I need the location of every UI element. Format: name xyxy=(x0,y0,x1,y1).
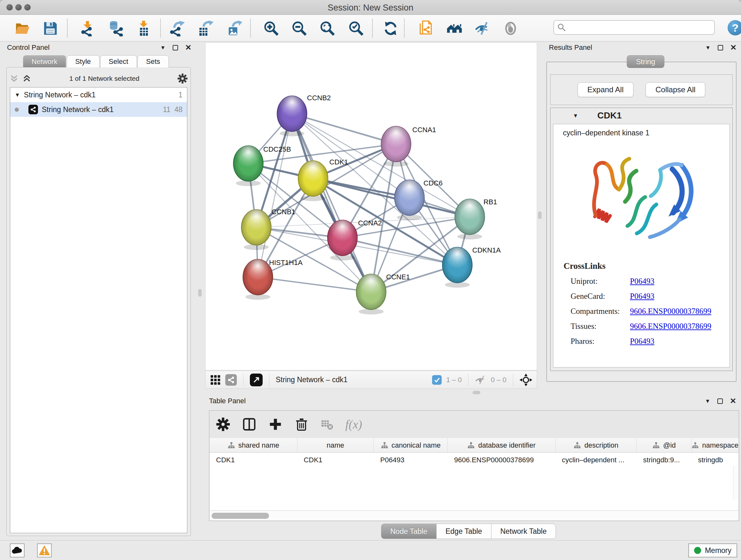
open-session-button[interactable] xyxy=(13,19,31,37)
tab-select[interactable]: Select xyxy=(100,55,137,67)
cell-database-identifier[interactable]: 9606.ENSP00000378699 xyxy=(448,453,556,468)
birdseye-crosshair-icon[interactable] xyxy=(520,374,532,386)
table-panel-close-button[interactable]: ✕ xyxy=(730,396,736,406)
import-network-from-file-button[interactable] xyxy=(78,19,96,37)
network-node-CCNB1[interactable] xyxy=(241,209,271,250)
right-splitter-grip[interactable] xyxy=(538,211,542,219)
network-edge[interactable] xyxy=(292,114,396,144)
tab-string[interactable]: String xyxy=(627,55,664,68)
results-panel-float-button[interactable] xyxy=(718,45,723,51)
export-network-button[interactable] xyxy=(169,19,186,37)
control-panel-close-button[interactable]: ✕ xyxy=(185,43,192,52)
import-network-from-database-button[interactable] xyxy=(106,19,124,37)
zoom-selected-button[interactable] xyxy=(347,19,365,37)
delete-table-icon[interactable] xyxy=(320,418,334,431)
network-collection-row[interactable]: ▼ String Network – cdk1 1 xyxy=(10,87,187,102)
network-node-HIST1H1A[interactable] xyxy=(243,259,273,300)
cell-canonical-name[interactable]: P06493 xyxy=(374,453,448,468)
table-panel-menu-button[interactable]: ▼ xyxy=(705,398,711,404)
crosslink-link[interactable]: P06493 xyxy=(630,292,654,301)
crosslink-link[interactable]: P06493 xyxy=(630,277,654,286)
tab-node-table[interactable]: Node Table xyxy=(381,523,436,539)
export-table-button[interactable] xyxy=(197,19,214,37)
column-header-shared-name[interactable]: shared name xyxy=(210,438,297,452)
cell-description[interactable]: cyclin–dependent ... xyxy=(556,453,637,468)
hidden-eye-slash-icon[interactable] xyxy=(475,375,486,385)
expand-all-button[interactable]: Expand All xyxy=(578,82,633,97)
save-session-button[interactable] xyxy=(42,19,59,37)
cell-id[interactable]: stringdb:9... xyxy=(636,453,691,468)
gear-icon[interactable] xyxy=(177,73,188,84)
gene-card-expander-icon[interactable]: ▼ xyxy=(573,113,578,118)
expand-all-icon[interactable] xyxy=(22,74,31,83)
network-edge[interactable] xyxy=(258,277,371,292)
collapse-all-icon[interactable] xyxy=(9,74,19,83)
refresh-view-button[interactable] xyxy=(382,19,400,37)
tab-edge-table[interactable]: Edge Table xyxy=(436,523,491,539)
warnings-button[interactable] xyxy=(37,543,52,557)
fit-content-button[interactable] xyxy=(319,19,336,37)
network-node-CCNE1[interactable] xyxy=(356,274,386,314)
collapse-all-button[interactable]: Collapse All xyxy=(646,82,705,97)
cell-name[interactable]: CDK1 xyxy=(297,453,374,468)
table-panel-float-button[interactable] xyxy=(718,398,723,404)
toggle-graphics-details-button[interactable] xyxy=(502,19,520,37)
hide-selection-button[interactable] xyxy=(474,19,491,37)
table-vertical-scrollbar[interactable] xyxy=(733,465,738,500)
control-panel-menu-button[interactable]: ▼ xyxy=(160,45,165,51)
tab-network-table[interactable]: Network Table xyxy=(491,523,556,539)
tab-network[interactable]: Network xyxy=(23,55,66,67)
network-node-CDKN1A[interactable] xyxy=(442,247,472,288)
column-header-id[interactable]: @id xyxy=(636,438,691,452)
network-node-RB1[interactable] xyxy=(455,199,485,240)
new-network-from-selection-button[interactable] xyxy=(417,19,434,37)
network-node-CDC6[interactable] xyxy=(394,180,424,220)
network-edge[interactable] xyxy=(292,114,371,292)
add-column-icon[interactable] xyxy=(268,417,283,432)
search-field[interactable] xyxy=(553,20,715,35)
control-panel-float-button[interactable] xyxy=(173,45,178,51)
tree-expander-icon[interactable]: ▼ xyxy=(15,92,20,98)
crosslink-link[interactable]: 9606.ENSP00000378699 xyxy=(630,322,711,331)
network-row[interactable]: String Network – cdk1 11 48 xyxy=(10,102,187,117)
search-input[interactable] xyxy=(566,23,714,32)
tab-style[interactable]: Style xyxy=(67,55,99,67)
network-node-CCNB2[interactable] xyxy=(277,96,307,136)
results-panel-menu-button[interactable]: ▼ xyxy=(705,45,711,51)
memory-button[interactable]: Memory xyxy=(688,543,737,557)
zoom-out-button[interactable] xyxy=(290,19,308,37)
network-edge[interactable] xyxy=(342,238,457,265)
column-header-canonical-name[interactable]: canonical name xyxy=(374,438,448,452)
network-edge[interactable] xyxy=(258,114,292,277)
cell-namespace[interactable]: stringdb xyxy=(691,453,738,468)
results-panel-close-button[interactable]: ✕ xyxy=(730,43,737,52)
cell-shared-name[interactable]: CDK1 xyxy=(210,453,297,468)
crosslink-link[interactable]: P06493 xyxy=(630,337,654,346)
scrollbar-thumb[interactable] xyxy=(212,513,269,519)
bottom-splitter-grip[interactable] xyxy=(473,391,480,394)
crosslink-link[interactable]: 9606.ENSP00000378699 xyxy=(630,307,711,316)
grid-view-icon[interactable] xyxy=(210,374,221,385)
import-table-from-file-button[interactable] xyxy=(135,19,152,37)
network-canvas[interactable]: CCNB2CCNA1CDC25BCDK1CDC6RB1CCNB1CCNA2CDK… xyxy=(205,43,537,370)
network-view-icon[interactable] xyxy=(225,374,237,386)
column-header-database-identifier[interactable]: database identifier xyxy=(448,438,556,452)
zoom-in-button[interactable] xyxy=(262,19,280,37)
detach-view-icon[interactable] xyxy=(250,374,263,386)
selected-checkbox-icon[interactable] xyxy=(432,375,442,385)
help-button[interactable]: ? xyxy=(728,20,741,36)
show-columns-icon[interactable] xyxy=(242,417,257,432)
export-image-button[interactable] xyxy=(225,19,243,37)
column-header-name[interactable]: name xyxy=(297,438,374,452)
table-horizontal-scrollbar[interactable] xyxy=(210,510,738,520)
table-settings-gear-icon[interactable] xyxy=(216,417,230,432)
table-row[interactable]: CDK1 CDK1 P06493 9606.ENSP00000378699 cy… xyxy=(210,453,738,468)
cloud-button[interactable] xyxy=(10,543,24,557)
tab-sets[interactable]: Sets xyxy=(138,55,169,67)
first-neighbors-button[interactable] xyxy=(446,19,463,37)
column-header-description[interactable]: description xyxy=(556,438,637,452)
column-header-namespace[interactable]: namespace xyxy=(691,438,738,452)
network-node-CDC25B[interactable] xyxy=(233,145,263,186)
delete-column-trash-icon[interactable] xyxy=(294,417,309,432)
left-splitter-grip[interactable] xyxy=(198,289,202,297)
